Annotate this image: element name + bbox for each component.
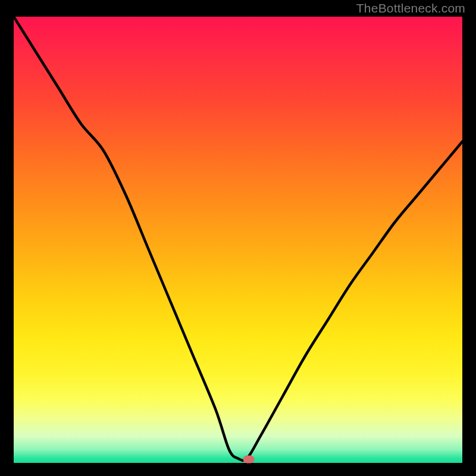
gradient-plot-area (14, 17, 462, 463)
optimum-marker (243, 456, 255, 464)
chart-frame: TheBottleneck.com (0, 0, 476, 476)
watermark-text: TheBottleneck.com (356, 1, 465, 15)
bottleneck-curve (14, 17, 462, 463)
